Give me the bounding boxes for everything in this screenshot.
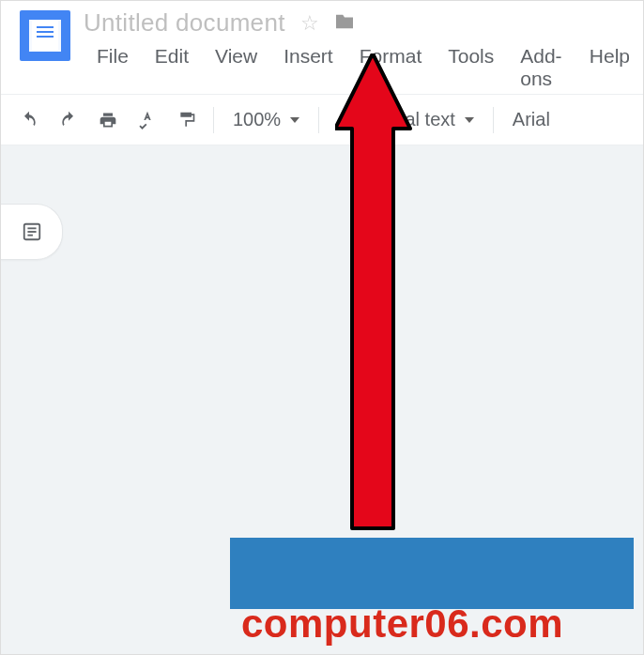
docs-logo[interactable] (20, 10, 70, 61)
separator (493, 107, 494, 133)
spellcheck-button[interactable] (129, 103, 166, 137)
star-icon[interactable]: ☆ (300, 11, 319, 36)
zoom-value: 100% (233, 109, 281, 130)
menu-view[interactable]: View (202, 41, 270, 94)
document-title[interactable]: Untitled document (84, 8, 285, 38)
separator (318, 107, 319, 133)
svg-rect-1 (27, 227, 36, 229)
chevron-down-icon (465, 117, 474, 123)
svg-rect-3 (27, 235, 33, 236)
separator (213, 107, 214, 133)
watermark-text: computer06.com (241, 602, 563, 647)
toolbar: 100% rmal text Arial (1, 94, 643, 145)
docs-logo-page (32, 21, 58, 51)
docs-header: Untitled document ☆ File Edit View Inser… (1, 1, 643, 94)
paint-format-button[interactable] (168, 103, 206, 137)
font-dropdown[interactable]: Arial (501, 109, 561, 130)
print-button[interactable] (89, 103, 127, 137)
menu-bar: File Edit View Insert Format Tools Add-o… (84, 41, 643, 94)
svg-rect-2 (27, 231, 36, 233)
style-value: rmal text (383, 109, 455, 130)
chevron-down-icon (290, 117, 299, 123)
title-area: Untitled document ☆ File Edit View Inser… (84, 7, 643, 94)
styles-dropdown[interactable]: rmal text (372, 109, 485, 130)
menu-insert[interactable]: Insert (270, 41, 346, 94)
font-value: Arial (513, 109, 550, 130)
zoom-dropdown[interactable]: 100% (222, 109, 311, 130)
menu-help[interactable]: Help (576, 41, 643, 94)
redo-button[interactable] (50, 103, 87, 137)
menu-tools[interactable]: Tools (435, 41, 507, 94)
menu-addons[interactable]: Add-ons (507, 41, 576, 94)
undo-button[interactable] (10, 103, 48, 137)
watermark-box (230, 538, 634, 609)
outline-button[interactable] (1, 204, 63, 260)
menu-edit[interactable]: Edit (142, 41, 202, 94)
menu-format[interactable]: Format (346, 41, 436, 94)
folder-icon[interactable] (334, 11, 355, 36)
menu-file[interactable]: File (84, 41, 142, 94)
